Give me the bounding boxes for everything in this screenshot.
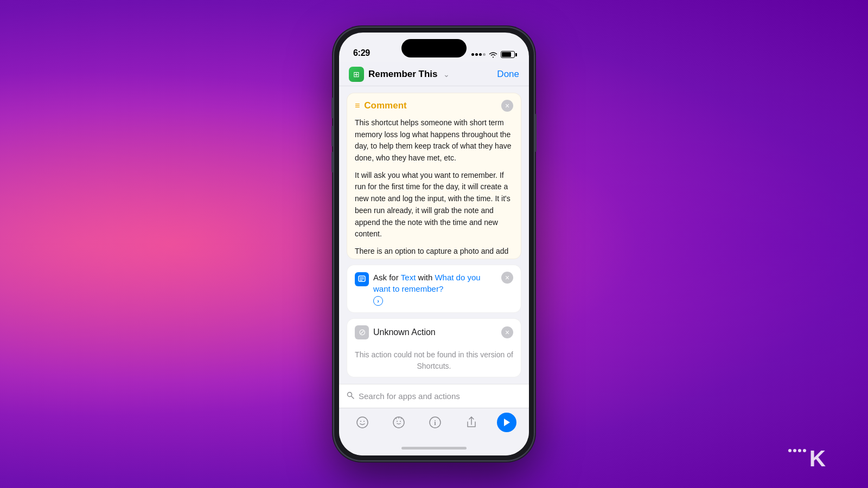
unknown-title: Unknown Action <box>373 328 501 337</box>
comment-body: This shortcut helps someone with short t… <box>347 117 521 259</box>
comment-header: ≡ Comment × <box>347 93 521 117</box>
ask-subtitle-line: › <box>373 296 497 306</box>
bottom-toolbar: i <box>339 408 529 440</box>
status-icons <box>471 51 515 58</box>
status-time: 6:29 <box>353 48 370 58</box>
update-shortcuts-link[interactable]: Update Shortcuts <box>405 377 463 377</box>
search-input[interactable]: Search for apps and actions <box>359 391 521 401</box>
ask-card: Ask for Text with What do you want to re… <box>347 265 521 313</box>
emoji-button[interactable] <box>352 412 373 433</box>
ask-with-label: with <box>418 273 433 282</box>
app-icon: ⊞ <box>349 67 364 82</box>
comment-para-3: There is an option to capture a photo an… <box>355 246 513 259</box>
comment-title-row: ≡ Comment <box>355 100 407 111</box>
comment-card: ≡ Comment × This shortcut helps someone … <box>347 93 521 259</box>
home-bar <box>401 447 467 450</box>
ask-main-line: Ask for Text with What do you want to re… <box>373 272 497 294</box>
nav-bar: ⊞ Remember This ⌄ Done <box>339 62 529 86</box>
done-button[interactable]: Done <box>497 69 519 80</box>
ask-text-area: Ask for Text with What do you want to re… <box>373 272 497 306</box>
unknown-icon: ⊘ <box>355 325 369 339</box>
ask-content: Ask for Text with What do you want to re… <box>355 272 497 306</box>
play-button[interactable] <box>497 413 516 432</box>
watermark-letter: K <box>809 446 825 472</box>
watermark-dots <box>788 449 806 452</box>
svg-point-7 <box>360 421 361 422</box>
ask-info-circle[interactable]: › <box>373 296 383 306</box>
svg-line-14 <box>395 418 397 419</box>
svg-point-11 <box>400 421 401 422</box>
ask-icon <box>355 272 369 286</box>
remove-ask-button[interactable]: × <box>501 272 513 284</box>
app-title: Remember This <box>368 69 438 80</box>
remove-unknown-button[interactable]: × <box>501 326 513 338</box>
search-icon <box>347 391 354 401</box>
home-indicator <box>339 440 529 455</box>
ask-label: Ask for <box>373 273 399 282</box>
unknown-header: ⊘ Unknown Action × <box>347 319 521 346</box>
unknown-card: ⊘ Unknown Action × This action could not… <box>347 318 521 377</box>
signal-icon <box>471 53 486 56</box>
chevron-down-icon: ⌄ <box>443 70 450 79</box>
phone-frame: 6:29 <box>334 27 534 461</box>
info-button[interactable]: i <box>424 412 446 433</box>
remove-comment-button[interactable]: × <box>501 100 513 112</box>
svg-line-13 <box>401 418 402 419</box>
unknown-description: This action could not be found in this v… <box>355 349 513 372</box>
comment-para-2: It will ask you what you want to remembe… <box>355 170 513 240</box>
phone-screen: 6:29 <box>339 33 529 455</box>
svg-point-6 <box>357 417 368 428</box>
svg-text:i: i <box>434 419 436 427</box>
svg-point-8 <box>363 421 365 422</box>
lines-icon: ≡ <box>355 101 360 111</box>
watermark: K <box>788 446 825 472</box>
ask-text-type[interactable]: Text <box>401 273 416 282</box>
dynamic-island <box>401 39 467 57</box>
smiley-button[interactable] <box>388 412 410 433</box>
search-bar: Search for apps and actions <box>339 384 529 408</box>
unknown-body: This action could not be found in this v… <box>347 346 521 377</box>
battery-icon <box>501 51 515 58</box>
svg-line-5 <box>352 396 354 399</box>
comment-para-1: This shortcut helps someone with short t… <box>355 117 513 164</box>
nav-app-info: ⊞ Remember This ⌄ <box>349 67 450 82</box>
comment-title: Comment <box>364 100 406 111</box>
svg-point-10 <box>397 421 398 422</box>
scroll-content: ≡ Comment × This shortcut helps someone … <box>339 86 529 384</box>
share-button[interactable] <box>461 412 482 433</box>
wifi-icon <box>489 52 497 58</box>
